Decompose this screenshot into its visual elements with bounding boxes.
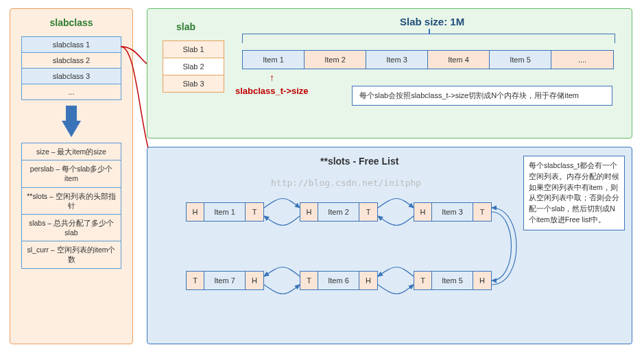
slabclass-title: slabclass xyxy=(10,9,132,34)
item-row: Item 1 Item 2 Item 3 Item 4 Item 5 .... xyxy=(242,50,614,69)
list-item: Slab 1 xyxy=(163,41,224,58)
item-cell: Item 5 xyxy=(490,51,551,69)
node-head: H xyxy=(246,272,263,289)
list-item: sl_curr – 空闲列表的item个数 xyxy=(22,241,121,267)
slabclass-list: slabclass 1 slabclass 2 slabclass 3 ... xyxy=(21,36,121,100)
node-head: H xyxy=(300,203,318,221)
freelist-node: T Item 6 H xyxy=(300,271,378,290)
freelist-node: H Item 1 T xyxy=(186,202,264,222)
freelist-node: T Item 5 H xyxy=(414,271,492,290)
slab-size-title: Slab size: 1M xyxy=(400,16,464,27)
list-item: slabclass 1 xyxy=(22,37,121,53)
item-cell: Item 2 xyxy=(305,51,366,69)
node-tail: T xyxy=(187,272,204,289)
freelist-node: H Item 2 T xyxy=(300,202,378,222)
node-label: Item 6 xyxy=(318,272,359,289)
freelist-node: T Item 7 H xyxy=(186,271,264,290)
item-cell: Item 4 xyxy=(428,51,490,69)
list-item: Slab 3 xyxy=(163,75,224,92)
list-item: slabs – 总共分配了多少个slab xyxy=(22,215,121,241)
slab-list: Slab 1 Slab 2 Slab 3 xyxy=(163,40,224,93)
arrow-down-icon xyxy=(62,121,81,137)
list-item: size – 最大item的size xyxy=(22,143,121,160)
list-item: **slots – 空闲列表的头部指针 xyxy=(22,188,121,215)
node-label: Item 5 xyxy=(432,272,473,289)
node-label: Item 2 xyxy=(318,203,359,221)
node-tail: T xyxy=(246,203,263,221)
node-head: H xyxy=(473,272,491,289)
node-head: H xyxy=(187,203,204,221)
bracket-icon xyxy=(242,34,615,43)
node-label: Item 7 xyxy=(204,272,246,289)
node-label: Item 3 xyxy=(432,203,473,221)
arrow-up-icon: ↑ xyxy=(270,72,274,83)
freelist-desc: 每个slabclass_t都会有一个空闲列表。内存分配的时候如果空闲列表中有it… xyxy=(523,156,625,230)
list-item: ... xyxy=(22,84,121,99)
watermark-text: http://blog.csdn.net/initphp xyxy=(271,178,421,188)
slabclass-panel: slabclass slabclass 1 slabclass 2 slabcl… xyxy=(10,8,133,344)
freelist-panel: **slots - Free List http://blog.csdn.net… xyxy=(147,147,632,344)
item-cell: Item 1 xyxy=(243,51,305,69)
item-cell: .... xyxy=(551,51,613,69)
node-tail: T xyxy=(300,272,318,289)
freelist-node: H Item 3 T xyxy=(414,202,492,222)
slab-note: 每个slab会按照slabclass_t->size切割成N个内存块，用于存储i… xyxy=(352,86,612,106)
arrow-down-icon xyxy=(66,106,77,121)
node-label: Item 1 xyxy=(204,203,246,221)
node-head: H xyxy=(359,272,377,289)
slab-panel: slab Slab 1 Slab 2 Slab 3 Slab size: 1M … xyxy=(147,8,632,139)
list-item: Slab 2 xyxy=(163,58,224,75)
list-item: slabclass 3 xyxy=(22,69,121,84)
slab-title: slab xyxy=(176,21,195,32)
size-pointer-label: slabclass_t->size xyxy=(235,86,309,96)
node-tail: T xyxy=(473,203,491,221)
field-list: size – 最大item的size perslab – 每个slab多少个it… xyxy=(21,143,121,269)
node-head: H xyxy=(414,203,432,221)
node-tail: T xyxy=(414,272,432,289)
list-item: perslab – 每个slab多少个item xyxy=(22,160,121,187)
item-cell: Item 3 xyxy=(366,51,428,69)
freelist-title: **slots - Free List xyxy=(320,156,398,167)
node-tail: T xyxy=(359,203,377,221)
list-item: slabclass 2 xyxy=(22,53,121,69)
